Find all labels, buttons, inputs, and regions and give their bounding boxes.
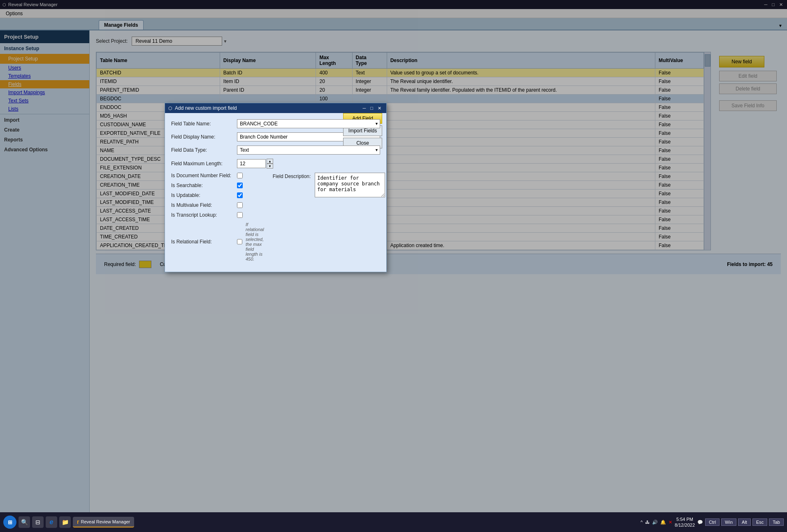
- modal-action-buttons: Add Field Import Fields Close: [343, 113, 382, 148]
- alt-key[interactable]: Alt: [738, 518, 751, 526]
- is-searchable-checkbox[interactable]: [237, 183, 243, 188]
- taskbar-date-value: 8/12/2022: [675, 522, 695, 528]
- field-data-type-label: Field Data Type:: [171, 147, 237, 153]
- edge-browser-icon[interactable]: e: [46, 516, 57, 528]
- is-updatable-label: Is Updatable:: [171, 192, 237, 198]
- network-icon: 🖧: [645, 520, 650, 525]
- modal-window-controls: ─ □ ✕: [361, 106, 383, 111]
- sound-icon: 🔊: [652, 520, 658, 525]
- field-table-name-row: Field Table Name: BRANCH_CODE ▼: [171, 119, 380, 128]
- spinner-down-button[interactable]: ▼: [267, 164, 273, 169]
- field-data-type-wrapper: Text Integer Date Time Boolean ▼: [237, 146, 380, 155]
- start-button[interactable]: ⊞: [3, 516, 16, 529]
- reveal-app-label: Reveal Review Manager: [81, 519, 130, 524]
- relational-note: If relational field is selected, the max…: [246, 222, 265, 261]
- field-description-area: Field Description: Identifier for compan…: [273, 173, 385, 266]
- task-view-button[interactable]: ⊟: [32, 516, 44, 528]
- modal-restore-button[interactable]: □: [369, 106, 375, 111]
- is-searchable-row: Is Searchable:: [171, 183, 265, 188]
- file-explorer-icon[interactable]: 📁: [59, 516, 71, 528]
- is-updatable-row: Is Updatable:: [171, 192, 265, 198]
- taskbar-time-value: 5:54 PM: [675, 516, 695, 522]
- modal-body: Add Field Import Fields Close Field Tabl…: [165, 113, 386, 272]
- reveal-app-taskbar[interactable]: r Reveal Review Manager: [73, 517, 134, 527]
- is-document-number-row: Is Document Number Field:: [171, 173, 265, 178]
- field-description-wrapper: Field Description: Identifier for compan…: [273, 173, 385, 197]
- checkboxes-and-description: Is Document Number Field: Is Searchable:…: [171, 173, 380, 266]
- field-table-name-label: Field Table Name:: [171, 121, 237, 127]
- modal-titlebar: ⬡ Add new custom import field ─ □ ✕: [165, 103, 386, 113]
- field-max-length-input[interactable]: [237, 159, 266, 168]
- is-multivalue-checkbox[interactable]: [237, 202, 243, 208]
- modal-overlay: ⬡ Add new custom import field ─ □ ✕ Add …: [0, 0, 787, 532]
- modal-close-button[interactable]: ✕: [376, 106, 383, 111]
- spinner-up-button[interactable]: ▲: [267, 159, 273, 164]
- checkbox-group: Is Document Number Field: Is Searchable:…: [171, 173, 265, 266]
- taskbar: ⊞ 🔍 ⊟ e 📁 r Reveal Review Manager ^ 🖧 🔊 …: [0, 512, 787, 532]
- is-relational-row: Is Relational Field: If relational field…: [171, 222, 265, 261]
- is-document-number-label: Is Document Number Field:: [171, 173, 237, 178]
- is-multivalue-label: Is Multivalue Field:: [171, 202, 237, 208]
- ctrl-key[interactable]: Ctrl: [705, 518, 720, 526]
- win-key[interactable]: Win: [721, 518, 736, 526]
- field-description-textarea[interactable]: Identifier for company source branch for…: [315, 173, 385, 197]
- taskbar-key-hints: Ctrl Win Alt Esc Tab: [705, 518, 784, 526]
- field-display-name-label: Field Display Name:: [171, 134, 237, 140]
- modal-title: Add new custom import field: [175, 105, 237, 111]
- field-max-length-row: Field Maximum Length: ▲ ▼: [171, 159, 380, 169]
- taskbar-x-icon: ✕: [669, 520, 672, 525]
- taskbar-clock[interactable]: 5:54 PM 8/12/2022: [675, 516, 695, 528]
- field-table-name-select[interactable]: BRANCH_CODE: [237, 119, 380, 128]
- search-taskbar-button[interactable]: 🔍: [19, 516, 30, 528]
- is-searchable-label: Is Searchable:: [171, 183, 237, 188]
- notification-center-icon[interactable]: 💬: [697, 520, 703, 525]
- is-document-number-checkbox[interactable]: [237, 173, 243, 178]
- is-updatable-checkbox[interactable]: [237, 192, 243, 198]
- is-relational-checkbox[interactable]: [237, 239, 242, 245]
- field-data-type-row: Field Data Type: Text Integer Date Time …: [171, 146, 380, 155]
- tab-key[interactable]: Tab: [769, 518, 784, 526]
- number-spinner: ▲ ▼: [267, 159, 273, 169]
- modal-minimize-button[interactable]: ─: [361, 106, 368, 111]
- esc-key[interactable]: Esc: [752, 518, 767, 526]
- field-max-length-label: Field Maximum Length:: [171, 161, 237, 167]
- field-max-length-wrapper: ▲ ▼: [237, 159, 273, 169]
- is-transcript-label: Is Transcript Lookup:: [171, 212, 237, 218]
- add-custom-field-modal: ⬡ Add new custom import field ─ □ ✕ Add …: [165, 103, 387, 272]
- field-table-name-wrapper: BRANCH_CODE ▼: [237, 119, 380, 128]
- reveal-app-icon: r: [77, 518, 79, 525]
- modal-title-icon: ⬡: [168, 106, 172, 111]
- is-transcript-checkbox[interactable]: [237, 212, 243, 218]
- system-tray: ^ 🖧 🔊 🔔 ✕ 5:54 PM 8/12/2022 💬: [641, 516, 703, 528]
- field-description-label: Field Description:: [273, 173, 311, 179]
- is-relational-label: Is Relational Field:: [171, 239, 237, 245]
- field-data-type-select[interactable]: Text Integer Date Time Boolean: [237, 146, 380, 155]
- notification-icon: 🔔: [660, 520, 666, 525]
- tray-chevron-icon[interactable]: ^: [641, 520, 643, 525]
- is-multivalue-row: Is Multivalue Field:: [171, 202, 265, 208]
- is-transcript-row: Is Transcript Lookup:: [171, 212, 265, 218]
